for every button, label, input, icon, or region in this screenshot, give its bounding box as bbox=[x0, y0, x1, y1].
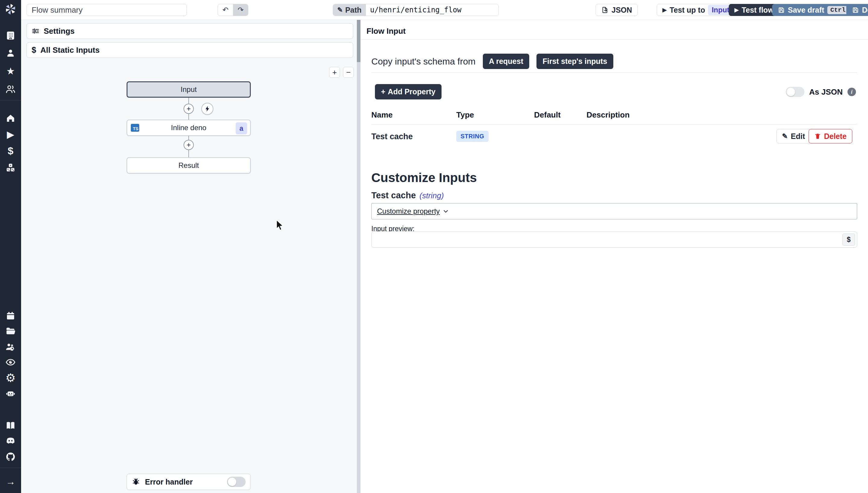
info-icon[interactable]: i bbox=[847, 88, 856, 96]
kbd-ctrl: Ctrl bbox=[827, 6, 848, 14]
audit-eye-icon[interactable] bbox=[0, 355, 21, 369]
trash-icon bbox=[815, 133, 821, 140]
flow-input-panel: Flow Input Copy input's schema from A re… bbox=[361, 20, 868, 493]
zoom-in-button[interactable]: + bbox=[329, 67, 340, 78]
play-icon: ▶ bbox=[735, 7, 739, 13]
all-static-inputs-button[interactable]: $ All Static Inputs bbox=[26, 42, 353, 58]
deploy-label: Deploy bbox=[862, 6, 868, 15]
trigger-bolt-button[interactable] bbox=[201, 103, 213, 115]
panel-title: Flow Input bbox=[367, 26, 406, 36]
windmill-logo[interactable] bbox=[0, 2, 21, 16]
delete-property-button[interactable]: Delete bbox=[809, 129, 852, 144]
pencil-icon: ✎ bbox=[337, 6, 343, 14]
input-preview-field[interactable] bbox=[372, 232, 857, 248]
flow-node-inline-deno[interactable]: TS Inline deno a bbox=[127, 120, 251, 136]
flow-editor-panel: Settings $ All Static Inputs + − Input +… bbox=[21, 20, 357, 493]
copy-schema-label: Copy input's schema from bbox=[371, 56, 476, 67]
sidebar-divider bbox=[0, 468, 21, 468]
save-icon bbox=[778, 7, 785, 14]
field-name: Test cache bbox=[371, 190, 416, 200]
sidebar-divider bbox=[0, 100, 21, 100]
col-header-name: Name bbox=[371, 110, 393, 120]
folders-icon[interactable] bbox=[0, 324, 21, 338]
path-group: ✎ Path bbox=[333, 4, 499, 16]
error-handler-row[interactable]: Error handler bbox=[127, 474, 251, 490]
add-step-button[interactable]: + bbox=[183, 140, 194, 150]
variables-dollar-icon[interactable]: $ bbox=[0, 144, 21, 158]
as-json-control: As JSON i bbox=[786, 87, 856, 97]
step-node-label: Inline deno bbox=[171, 124, 206, 132]
schedules-calendar-icon[interactable] bbox=[0, 308, 21, 323]
customize-inputs-heading: Customize Inputs bbox=[371, 171, 477, 185]
redo-button[interactable]: ↷ bbox=[233, 4, 248, 16]
left-sidebar: ★ ▶ $ bbox=[0, 0, 21, 493]
mouse-cursor bbox=[275, 219, 285, 232]
chevron-down-icon bbox=[443, 208, 449, 214]
path-input[interactable] bbox=[366, 4, 499, 16]
edge-step-to-result bbox=[188, 149, 189, 158]
test-up-to-label: Test up to bbox=[670, 6, 705, 15]
variable-picker-button[interactable]: $ bbox=[842, 234, 855, 245]
edit-property-button[interactable]: ✎ Edit bbox=[776, 129, 811, 144]
input-preview-field-wrap: $ bbox=[371, 232, 857, 248]
settings-gear-icon[interactable]: ⚙ bbox=[0, 371, 21, 385]
error-handler-label: Error handler bbox=[145, 478, 193, 486]
panel-splitter[interactable] bbox=[357, 20, 361, 493]
github-icon[interactable] bbox=[0, 450, 21, 464]
splitter-handle[interactable] bbox=[357, 20, 361, 62]
flow-node-input[interactable]: Input bbox=[127, 81, 251, 98]
customize-property-label: Customize property bbox=[377, 207, 440, 215]
favorites-star-icon[interactable]: ★ bbox=[0, 64, 21, 78]
copy-from-first-step-button[interactable]: First step's inputs bbox=[537, 53, 613, 69]
json-button-label: JSON bbox=[611, 6, 632, 15]
path-chip[interactable]: ✎ Path bbox=[333, 4, 366, 16]
discord-icon[interactable] bbox=[0, 433, 21, 448]
resources-cubes-icon[interactable] bbox=[0, 160, 21, 175]
all-static-inputs-label: All Static Inputs bbox=[40, 45, 100, 55]
docs-book-icon[interactable] bbox=[0, 418, 21, 433]
col-header-description: Description bbox=[586, 110, 630, 120]
deploy-button[interactable]: Deploy bbox=[846, 4, 868, 16]
file-export-icon bbox=[601, 6, 608, 14]
field-type-note: (string) bbox=[419, 191, 444, 200]
pencil-icon: ✎ bbox=[782, 132, 788, 141]
result-node-label: Result bbox=[178, 161, 199, 170]
copy-schema-row: Copy input's schema from A request First… bbox=[371, 53, 613, 69]
undo-button[interactable]: ↶ bbox=[218, 4, 233, 16]
lightning-icon bbox=[204, 105, 211, 112]
zoom-out-button[interactable]: − bbox=[343, 67, 354, 78]
copy-from-request-button[interactable]: A request bbox=[483, 53, 529, 69]
input-node-label: Input bbox=[180, 85, 196, 94]
flow-summary-input[interactable] bbox=[26, 4, 187, 16]
as-json-toggle[interactable] bbox=[786, 87, 804, 97]
flow-settings-button[interactable]: Settings bbox=[26, 23, 353, 39]
delete-label: Delete bbox=[824, 132, 847, 141]
expand-sidebar-arrow-icon[interactable]: → bbox=[0, 474, 21, 489]
workers-users-gear-icon[interactable] bbox=[0, 340, 21, 355]
ai-robot-icon[interactable] bbox=[0, 386, 21, 401]
workspace-building-icon[interactable] bbox=[0, 28, 21, 43]
top-toolbar: ↶ ↷ ✎ Path JSON ▶ Test up to Input ▶ Tes… bbox=[21, 0, 868, 20]
test-up-to-button[interactable]: ▶ Test up to Input bbox=[657, 4, 739, 16]
save-draft-label: Save draft bbox=[788, 6, 824, 15]
plus-icon: + bbox=[381, 87, 386, 96]
error-handler-toggle[interactable] bbox=[227, 477, 246, 487]
json-button[interactable]: JSON bbox=[595, 4, 638, 16]
typescript-badge: TS bbox=[131, 124, 139, 132]
field-label-row: Test cache (string) bbox=[371, 190, 444, 200]
add-step-button[interactable]: + bbox=[183, 104, 194, 114]
edit-label: Edit bbox=[791, 132, 805, 141]
add-property-button[interactable]: + Add Property bbox=[375, 84, 441, 100]
flow-node-result[interactable]: Result bbox=[127, 157, 251, 174]
play-icon: ▶ bbox=[663, 7, 667, 13]
col-header-default: Default bbox=[534, 110, 561, 120]
user-icon[interactable] bbox=[0, 46, 21, 60]
groups-users-icon[interactable] bbox=[0, 82, 21, 97]
divider bbox=[361, 39, 868, 40]
customize-property-dropdown[interactable]: Customize property bbox=[377, 207, 449, 215]
step-id-badge: a bbox=[236, 122, 247, 134]
runs-play-icon[interactable]: ▶ bbox=[0, 127, 21, 142]
col-header-type: Type bbox=[456, 110, 474, 120]
undo-redo-group: ↶ ↷ bbox=[218, 4, 248, 16]
home-icon[interactable] bbox=[0, 111, 21, 125]
